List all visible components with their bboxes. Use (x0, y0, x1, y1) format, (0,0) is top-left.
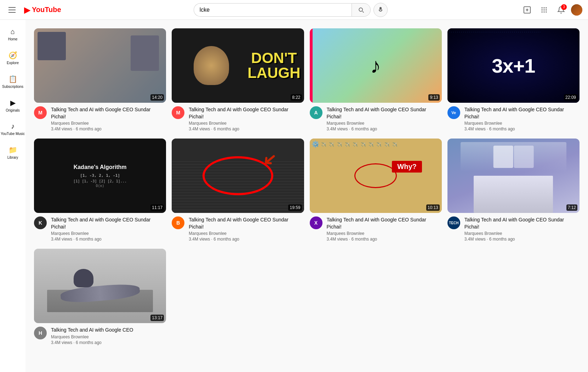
video-title: Talking Tech and AI with Google CEO Sund… (327, 216, 442, 230)
video-info: M Talking Tech and AI with Google CEO Su… (34, 106, 166, 131)
svg-point-11 (546, 11, 547, 12)
video-title: Talking Tech and AI with Google CEO Sund… (189, 216, 304, 230)
svg-point-9 (542, 11, 543, 12)
hamburger-line (8, 10, 16, 10)
video-info: M Talking Tech and AI with Google CEO Su… (172, 106, 304, 131)
video-info: TECH Talking Tech and AI with Google CEO… (447, 216, 580, 242)
video-meta: Talking Tech and AI with Google CEO Sund… (51, 216, 166, 242)
algo-text: Kadane's Algorithm [1, -3, 2, 1, -1] [1]… (70, 161, 130, 191)
explore-icon: 🧭 (8, 51, 17, 60)
duration-badge: 19:59 (288, 204, 302, 211)
video-thumbnail: Kadane's Algorithm [1, -3, 2, 1, -1] [1]… (34, 139, 166, 213)
video-meta: Talking Tech and AI with Google CEO Sund… (464, 106, 580, 131)
sidebar-label-music: YouTube Music (1, 132, 25, 136)
video-info: K Talking Tech and AI with Google CEO Su… (34, 216, 166, 242)
channel-avatar: Ve (447, 106, 460, 119)
create-icon (523, 6, 531, 14)
video-card[interactable]: Kadane's Algorithm [1, -3, 2, 1, -1] [1]… (34, 139, 166, 242)
search-input[interactable] (194, 3, 352, 17)
video-info: Ve Talking Tech and AI with Google CEO S… (447, 106, 580, 131)
why-badge: Why? (392, 161, 422, 173)
channel-avatar: B (172, 216, 184, 229)
video-title: Talking Tech and AI with Google CEO Sund… (51, 216, 166, 230)
sidebar-item-home[interactable]: ⌂ Home (0, 23, 25, 46)
channel-name: Marquees Brownlee (327, 121, 442, 126)
search-button[interactable] (352, 3, 371, 17)
duration-badge: 8:22 (291, 94, 302, 101)
channel-avatar: A (310, 106, 322, 119)
channel-avatar: TECH (447, 216, 460, 229)
video-stats: 3.4M views · 6 months ago (464, 237, 580, 242)
video-thumbnail: DON'TLAUGH 8:22 (172, 28, 304, 103)
sidebar-item-subscriptions[interactable]: 📋 Subscriptions (0, 70, 25, 94)
library-icon: 📁 (8, 146, 17, 154)
sidebar-item-library[interactable]: 📁 Library (0, 141, 25, 164)
video-title: Talking Tech and AI with Google CEO Sund… (189, 106, 304, 120)
header: ▶ YouTube 3 (0, 0, 588, 20)
youtube-logo[interactable]: ▶ YouTube (24, 5, 61, 15)
channel-avatar: M (172, 106, 184, 119)
notification-badge: 3 (561, 4, 567, 10)
notifications-button[interactable]: 3 (554, 3, 568, 17)
video-thumbnail: ➜ 19:59 (172, 139, 304, 213)
channel-name: Marquees Brownlee (464, 231, 580, 236)
math-text: 3x+1 (492, 54, 535, 77)
sidebar-label-home: Home (8, 37, 18, 41)
originals-icon: ▶ (10, 98, 16, 107)
video-meta: Talking Tech and AI with Google CEO Sund… (464, 216, 580, 242)
video-stats: 3.4M views · 6 months ago (51, 237, 166, 242)
channel-name: Marquees Brownlee (51, 121, 166, 126)
header-right: 3 (520, 3, 582, 17)
video-card[interactable]: ➜ 19:59 B Talking Tech and AI with Googl… (172, 139, 304, 242)
video-meta: Talking Tech and AI with Google CEO Sund… (189, 106, 304, 131)
video-title: Talking Tech and AI with Google CEO Sund… (51, 106, 166, 120)
sidebar: ⌂ Home 🧭 Explore 📋 Subscriptions ▶ Origi… (0, 20, 25, 354)
video-info: H Talking Tech and AI with Google CEO Ma… (34, 327, 166, 345)
duration-badge: 10:13 (426, 204, 440, 211)
channel-avatar: X (310, 216, 322, 229)
sidebar-label-originals: Originals (6, 108, 19, 112)
create-button[interactable] (520, 3, 534, 17)
svg-point-4 (543, 7, 544, 8)
video-card[interactable]: · · · · · · · · · · · · · · · · · · · · … (447, 28, 580, 131)
svg-point-10 (543, 11, 544, 12)
menu-button[interactable] (6, 4, 18, 16)
main-content: 14:20 M Talking Tech and AI with Google … (25, 20, 588, 354)
duration-badge: 7:12 (566, 204, 577, 211)
video-card[interactable]: ⚙️ ✈️ ✈️ ✈️ ✈️ ✈️ ✈️ ✈️ ✈️ ✈️ ✈️ ✈️ Why?… (310, 139, 442, 242)
duration-badge: 11:17 (150, 204, 164, 211)
video-card[interactable]: 13:17 H Talking Tech and AI with Google … (34, 249, 166, 345)
mic-button[interactable] (373, 3, 388, 17)
video-title: Talking Tech and AI with Google CEO Sund… (327, 106, 442, 120)
video-stats: 3.4M views · 6 months ago (327, 126, 442, 131)
music-icon: ♪ (11, 122, 15, 130)
sidebar-item-music[interactable]: ♪ YouTube Music (0, 117, 25, 141)
channel-name: Marquees Brownlee (189, 121, 304, 126)
channel-avatar: K (34, 216, 47, 229)
video-meta: Talking Tech and AI with Google CEO Sund… (189, 216, 304, 242)
video-meta: Talking Tech and AI with Google CEO Sund… (51, 106, 166, 131)
channel-avatar: M (34, 106, 47, 119)
hamburger-line (8, 12, 16, 13)
svg-point-7 (543, 9, 544, 10)
channel-name: Marquees Brownlee (51, 334, 166, 339)
svg-point-3 (542, 7, 543, 8)
avatar[interactable] (571, 4, 582, 16)
video-title: Talking Tech and AI with Google CEO Sund… (464, 106, 580, 120)
video-card[interactable]: 14:20 M Talking Tech and AI with Google … (34, 28, 166, 131)
svg-point-6 (542, 9, 543, 10)
apps-button[interactable] (537, 3, 551, 17)
sidebar-item-explore[interactable]: 🧭 Explore (0, 46, 25, 70)
video-card[interactable]: DON'TLAUGH 8:22 M Talking Tech and AI wi… (172, 28, 304, 131)
duration-badge: 22:09 (564, 94, 577, 101)
video-info: X Talking Tech and AI with Google CEO Su… (310, 216, 442, 242)
search-icon (358, 6, 365, 13)
video-card[interactable]: ♪ 9:13 A Talking Tech and AI with Google… (310, 28, 442, 131)
header-center (61, 3, 520, 17)
video-stats: 3.4M views · 6 months ago (51, 126, 166, 131)
sidebar-item-originals[interactable]: ▶ Originals (0, 94, 25, 117)
home-icon: ⌂ (11, 28, 15, 36)
video-stats: 3.4M views · 6 months ago (464, 126, 580, 131)
video-card[interactable]: 7:12 TECH Talking Tech and AI with Googl… (447, 139, 580, 242)
youtube-wordmark: YouTube (32, 6, 61, 14)
